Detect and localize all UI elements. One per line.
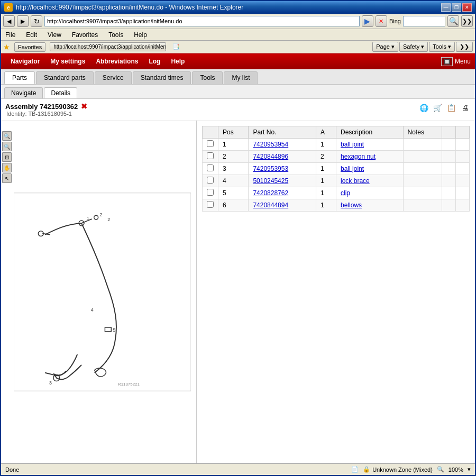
row-checkbox[interactable] (207, 189, 214, 196)
sub-tab-details[interactable]: Details (44, 87, 77, 98)
row-part-no[interactable]: 7420953954 (249, 139, 316, 151)
row-checkbox-cell[interactable] (203, 139, 218, 151)
more-button[interactable]: ❯❯ (461, 15, 473, 27)
row-description[interactable]: bellows (336, 199, 404, 212)
nav-my-settings[interactable]: My settings (45, 54, 90, 68)
main-content: Assembly 7421590362 ✖ Identity: TB-13161… (1, 99, 475, 463)
row-description[interactable]: clip (336, 187, 404, 199)
refresh-button[interactable]: ↻ (31, 15, 42, 27)
minimize-button[interactable]: — (441, 3, 451, 12)
fit-tool[interactable]: ⊡ (2, 152, 12, 162)
row-description[interactable]: ball joint (336, 163, 404, 175)
pan-tool[interactable]: ✋ (2, 163, 12, 172)
row-part-no[interactable]: 5010245425 (249, 175, 316, 187)
url-input[interactable] (47, 18, 357, 24)
row-checkbox[interactable] (207, 140, 214, 147)
nav-log[interactable]: Log (143, 54, 166, 68)
assembly-icon: ✖ (81, 102, 87, 111)
row-checkbox-cell[interactable] (203, 151, 218, 163)
nav-navigator[interactable]: Navigator (5, 54, 45, 68)
svg-rect-0 (14, 193, 191, 391)
row-part-no[interactable]: 7420828762 (249, 187, 316, 199)
favorites-url-button[interactable]: http://localhost:9907/impact3/applicatio… (50, 42, 166, 51)
nav-help[interactable]: Help (166, 54, 190, 68)
row-notes (403, 163, 442, 175)
row-checkbox-cell[interactable] (203, 163, 218, 175)
tab-my-list[interactable]: My list (224, 71, 258, 84)
status-text: Done (5, 466, 19, 473)
row-pos: 1 (218, 139, 249, 151)
tools-menu-button[interactable]: Tools ▾ (429, 42, 455, 52)
diagram-panel: 🔍 🔍 ⊡ ✋ ↖ (1, 121, 197, 463)
row-checkbox[interactable] (207, 177, 214, 184)
stop-button[interactable]: ✕ (376, 15, 387, 27)
diagram-ref: R11375221 (118, 382, 140, 387)
row-description[interactable]: lock brace (336, 175, 404, 187)
menu-tools[interactable]: Tools (107, 31, 124, 39)
row-extra1 (442, 139, 456, 151)
row-checkbox[interactable] (207, 152, 214, 159)
copy-icon[interactable]: 📋 (445, 102, 457, 114)
zoom-out-tool[interactable]: 🔍 (2, 142, 12, 151)
menu-help[interactable]: Help (133, 31, 148, 39)
row-part-no[interactable]: 7420844894 (249, 199, 316, 212)
tab-standard-parts[interactable]: Standard parts (36, 71, 94, 84)
row-extra1 (442, 199, 456, 212)
menu-edit[interactable]: Edit (25, 31, 38, 39)
back-button[interactable]: ◀ (3, 15, 15, 27)
table-row: 3 7420953953 1 ball joint (203, 163, 470, 175)
nav-abbreviations[interactable]: Abbreviations (90, 54, 143, 68)
menu-file[interactable]: File (4, 31, 16, 39)
app-tabs: Parts Standard parts Service Standard ti… (1, 69, 475, 85)
diagram-canvas: 1 2 3 (1, 121, 196, 463)
row-checkbox[interactable] (207, 164, 214, 171)
search-button[interactable]: 🔍 (447, 15, 459, 27)
globe-icon[interactable]: 🌐 (418, 102, 429, 114)
row-pos: 5 (218, 187, 249, 199)
row-checkbox-cell[interactable] (203, 199, 218, 212)
go-button[interactable]: ▶ (362, 15, 373, 27)
col-a: A (316, 126, 336, 139)
safety-menu-button[interactable]: Safety ▾ (399, 42, 428, 52)
favorites-button[interactable]: Favorites (14, 42, 45, 52)
row-extra2 (456, 187, 470, 199)
parts-panel: Pos Part No. A Description Notes 1 74209… (197, 121, 475, 463)
row-part-no[interactable]: 7420953953 (249, 163, 316, 175)
app-toolbar: Navigator My settings Abbreviations Log … (1, 53, 475, 69)
more-menu-button[interactable]: ❯❯ (456, 42, 473, 52)
tab-parts[interactable]: Parts (4, 71, 35, 84)
address-bar[interactable] (44, 16, 360, 26)
zoom-arrow[interactable]: ▾ (468, 466, 471, 473)
row-part-no[interactable]: 7420844896 (249, 151, 316, 163)
search-input[interactable] (403, 16, 445, 26)
star-icon: ★ (3, 43, 10, 51)
row-a: 1 (316, 199, 336, 212)
row-pos: 3 (218, 163, 249, 175)
menu-view[interactable]: View (47, 31, 62, 39)
row-checkbox-cell[interactable] (203, 187, 218, 199)
row-extra2 (456, 163, 470, 175)
zoom-level: 100% (448, 466, 463, 473)
page-menu-button[interactable]: Page ▾ (372, 42, 398, 52)
title-bar: e http://localhost:9907/impact3/applicat… (1, 1, 475, 14)
row-pos: 2 (218, 151, 249, 163)
menu-bar: File Edit View Favorites Tools Help (1, 29, 475, 41)
row-description[interactable]: hexagon nut (336, 151, 404, 163)
row-checkbox-cell[interactable] (203, 175, 218, 187)
close-button[interactable]: ✕ (462, 3, 472, 12)
tab-service[interactable]: Service (95, 71, 132, 84)
tab-tools[interactable]: Tools (192, 71, 223, 84)
restore-button[interactable]: ❐ (452, 3, 461, 12)
cart-icon[interactable]: 🛒 (432, 102, 443, 114)
row-extra1 (442, 151, 456, 163)
table-row: 6 7420844894 1 bellows (203, 199, 470, 212)
forward-button[interactable]: ▶ (17, 15, 29, 27)
row-description[interactable]: ball joint (336, 139, 404, 151)
zoom-in-tool[interactable]: 🔍 (2, 131, 12, 141)
row-checkbox[interactable] (207, 201, 214, 208)
print-icon[interactable]: 🖨 (459, 102, 471, 114)
select-tool[interactable]: ↖ (2, 173, 12, 183)
tab-standard-times[interactable]: Standard times (133, 71, 191, 84)
menu-favorites[interactable]: Favorites (71, 31, 99, 39)
sub-tab-navigate[interactable]: Navigate (4, 87, 43, 98)
